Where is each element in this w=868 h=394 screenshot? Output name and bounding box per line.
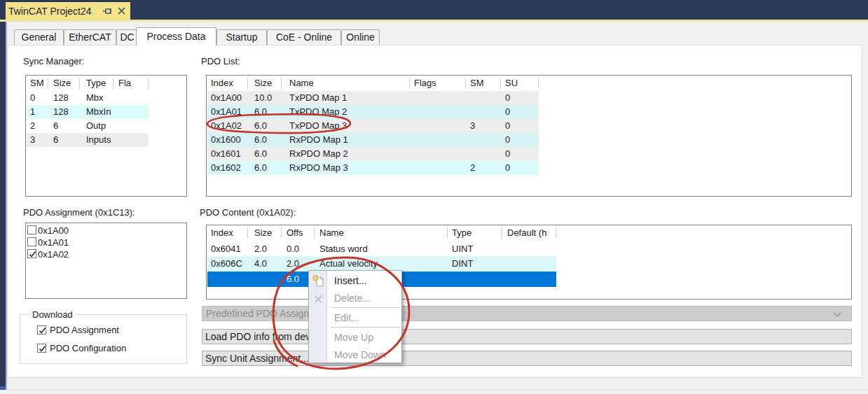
column-header-SU[interactable]: SU	[505, 76, 518, 91]
cell: 6.0	[254, 133, 267, 147]
cell: 6.0	[254, 119, 267, 133]
table-row[interactable]: 0x16006.0RxPDO Map 10	[207, 133, 539, 147]
table-row[interactable]: 0x1A026.0TxPDO Map 330	[207, 119, 539, 133]
pdo-assignment-item[interactable]: 0x1A02	[27, 248, 186, 260]
cell: TxPDO Map 3	[289, 119, 347, 133]
menu-item-label: Move Up	[334, 329, 373, 346]
cell: 6.0	[287, 272, 299, 287]
column-header-SM[interactable]: SM	[470, 76, 484, 91]
column-header-Type[interactable]: Type	[86, 76, 106, 91]
sync-unit-assignment-button[interactable]: Sync Unit Assignment...	[202, 351, 852, 366]
cell: TxPDO Map 1	[289, 91, 347, 105]
download-checkbox-label: PDO Assignment	[50, 325, 119, 335]
table-row[interactable]: 1128MbxIn	[27, 105, 149, 119]
download-checkbox[interactable]	[37, 344, 46, 353]
tab-dc[interactable]: DC	[116, 29, 138, 45]
column-separator	[247, 227, 248, 239]
tab-startup[interactable]: Startup	[216, 29, 267, 45]
cell: 0	[505, 133, 510, 147]
predefined-pdo-assignment-combo[interactable]: Predefined PDO Assignment	[202, 306, 852, 321]
table-row[interactable]: 0x1A0010.0TxPDO Map 10	[207, 91, 539, 105]
column-header-Flags[interactable]: Flags	[414, 76, 436, 91]
cell: 2	[30, 119, 35, 133]
table-row[interactable]: 0128Mbx	[27, 91, 149, 105]
cell: DINT	[452, 256, 473, 272]
status-strip	[0, 390, 868, 394]
menu-item-label: Insert...	[334, 272, 367, 290]
table-row[interactable]: 0x60412.00.0Status wordUINT	[207, 241, 556, 256]
twincat-window: TwinCAT Project24 GeneralEtherCATDCProce…	[0, 0, 868, 394]
cell: 0x1A02	[211, 119, 242, 133]
insert-icon	[312, 275, 325, 288]
column-header-Offs[interactable]: Offs	[287, 225, 303, 241]
menu-item-label: Delete...	[334, 290, 371, 307]
column-header-Name[interactable]: Name	[289, 76, 314, 91]
cell: 0	[505, 119, 510, 133]
tab-coe-online[interactable]: CoE - Online	[267, 29, 341, 45]
column-header-Fla[interactable]: Fla	[118, 76, 131, 91]
pdo-assignment-checkbox[interactable]	[27, 225, 36, 234]
column-header-Default (h[interactable]: Default (h	[507, 225, 546, 241]
column-header-Index[interactable]: Index	[211, 225, 233, 241]
column-separator	[48, 78, 48, 89]
column-header-Size[interactable]: Size	[254, 76, 272, 91]
table-row[interactable]: 0x16016.0RxPDO Map 20	[207, 147, 539, 161]
menu-item-move-up[interactable]: Move Up	[309, 329, 401, 346]
column-separator	[113, 78, 113, 89]
pdo-assignment-item[interactable]: 0x1A00	[27, 225, 186, 237]
close-icon[interactable]	[117, 6, 126, 15]
cell: 0x1600	[211, 133, 241, 147]
cell: RxPDO Map 3	[289, 161, 348, 175]
column-header-Index[interactable]: Index	[211, 76, 233, 91]
table-row[interactable]: 0x16026.0RxPDO Map 320	[207, 161, 539, 175]
column-separator	[148, 78, 149, 89]
column-header-Name[interactable]: Name	[319, 225, 344, 241]
table-row[interactable]: 0x1A016.0TxPDO Map 20	[207, 105, 539, 119]
menu-item-delete-[interactable]: Delete...	[309, 290, 401, 307]
cell: 2.0	[287, 256, 299, 272]
document-tab[interactable]: TwinCAT Project24	[6, 2, 130, 20]
column-header-SM[interactable]: SM	[30, 76, 44, 91]
cell: 6.0	[254, 147, 267, 161]
cell: 3	[30, 133, 35, 147]
pdo-assignment-checkbox[interactable]	[27, 237, 36, 246]
pdo-assignment-item-label: 0x1A00	[38, 225, 69, 237]
column-header-Type[interactable]: Type	[452, 225, 471, 241]
download-groupbox-label: Download	[30, 309, 75, 320]
table-row[interactable]: 26Outp	[27, 119, 149, 133]
tab-ethercat[interactable]: EtherCAT	[64, 29, 116, 45]
chevron-down-icon	[833, 312, 841, 318]
cell: Actual velocity	[319, 256, 378, 272]
column-header-Size[interactable]: Size	[254, 225, 272, 241]
menu-item-edit-[interactable]: Edit...	[309, 309, 401, 327]
sync-manager-table: SMSizeTypeFla0128Mbx1128MbxIn26Outp36Inp…	[25, 75, 187, 197]
menu-separator	[331, 327, 399, 328]
delete-icon	[314, 294, 324, 304]
column-separator	[500, 78, 501, 89]
table-row[interactable]: 36Inputs	[27, 133, 149, 147]
download-checkbox[interactable]	[37, 325, 46, 335]
pin-icon[interactable]	[102, 6, 112, 16]
cell: 1	[30, 105, 35, 119]
pdo-content-label: PDO Content (0x1A02):	[200, 207, 296, 218]
pdo-assignment-checkbox[interactable]	[27, 249, 36, 258]
table-row[interactable]: 0x606C4.02.0Actual velocityDINT	[207, 256, 556, 272]
load-pdo-info-button[interactable]: Load PDO info from device	[202, 329, 852, 344]
menu-item-move-down[interactable]: Move Down	[309, 346, 401, 364]
pdo-assignment-item-label: 0x1A02	[38, 248, 69, 260]
pdo-assignment-item[interactable]: 0x1A01	[27, 237, 186, 248]
column-separator	[538, 78, 539, 89]
download-checkbox-label: PDO Configuration	[50, 343, 126, 353]
cell: TxPDO Map 2	[289, 105, 347, 119]
tab-process-data[interactable]: Process Data	[136, 27, 216, 45]
column-header-Size[interactable]: Size	[53, 76, 71, 91]
tab-general[interactable]: General	[14, 29, 64, 45]
cell: 6.0	[254, 105, 267, 119]
tab-online[interactable]: Online	[341, 29, 380, 45]
menu-item-insert-[interactable]: Insert...	[309, 272, 401, 290]
context-menu: Insert...Delete...Edit...Move UpMove Dow…	[308, 270, 402, 363]
menu-item-label: Move Down	[334, 346, 386, 364]
column-separator	[314, 227, 315, 239]
cell: Inputs	[86, 133, 111, 147]
pdo-list-label: PDO List:	[201, 56, 240, 67]
